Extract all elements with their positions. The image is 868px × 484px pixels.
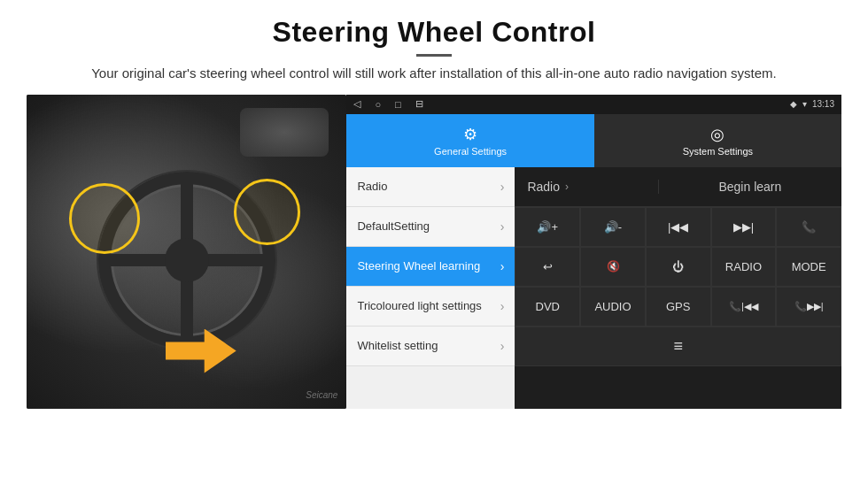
highlight-circle-right <box>234 179 300 245</box>
menu-item-radio[interactable]: Radio › <box>346 167 515 207</box>
mute-button[interactable]: 🔇 <box>580 247 646 287</box>
tab-general-label: General Settings <box>434 146 507 157</box>
mode-label: MODE <box>792 260 826 273</box>
mute-icon: 🔇 <box>607 260 620 273</box>
menu-icon: ≡ <box>673 337 683 356</box>
control-row-4: DVD AUDIO GPS 📞|◀◀ 📞▶▶| <box>515 287 841 327</box>
page-title: Steering Wheel Control <box>27 16 841 49</box>
menu-item-whitelist-label: Whitelist setting <box>357 339 500 352</box>
phone-prev-button[interactable]: 📞|◀◀ <box>711 287 777 327</box>
return-icon: ↩ <box>543 260 553 273</box>
dvd-button[interactable]: DVD <box>515 287 580 327</box>
gps-button[interactable]: GPS <box>646 287 711 327</box>
highlight-circle-left <box>69 183 140 254</box>
general-settings-icon: ⚙ <box>463 125 477 144</box>
return-button[interactable]: ↩ <box>515 247 580 287</box>
dvd-label: DVD <box>536 300 560 313</box>
phone-prev-icon: 📞|◀◀ <box>729 301 758 312</box>
gps-label: GPS <box>666 300 690 313</box>
status-bar: ◁ ○ □ ⊟ ◆ ▾ 13:13 <box>346 95 841 114</box>
menu-item-radio-label: Radio <box>357 180 500 193</box>
title-section: Steering Wheel Control Your original car… <box>27 16 841 84</box>
wifi-icon: ▾ <box>802 99 807 109</box>
control-row-3: ↩ 🔇 ⏻ RADIO MODE <box>515 247 841 287</box>
power-button[interactable]: ⏻ <box>646 247 711 287</box>
screenshot-icon[interactable]: ⊟ <box>415 98 423 110</box>
gps-icon: ◆ <box>790 99 797 109</box>
tab-general-settings[interactable]: ⚙ General Settings <box>346 114 593 167</box>
radio-mode-label: RADIO <box>725 260 762 273</box>
home-icon[interactable]: ○ <box>375 99 381 110</box>
audio-label: AUDIO <box>594 300 631 313</box>
menu-icon-button[interactable]: ≡ <box>515 327 841 366</box>
radio-begin-row: Radio › Begin learn <box>515 167 841 207</box>
menu-item-whitelist[interactable]: Whitelist setting › <box>346 327 515 366</box>
phone-next-button[interactable]: 📞▶▶| <box>776 287 841 327</box>
control-row-2: 🔊+ 🔊- |◀◀ ▶▶| 📞 <box>515 207 841 247</box>
nav-icons: ◁ ○ □ ⊟ <box>353 98 422 110</box>
status-icons: ◆ ▾ 13:13 <box>790 99 834 109</box>
system-settings-icon: ◎ <box>710 125 725 144</box>
radio-mode-button[interactable]: RADIO <box>711 247 777 287</box>
arrow-area <box>166 329 236 373</box>
tabs-row: ⚙ General Settings ◎ System Settings <box>346 114 841 167</box>
arrow-icon <box>166 329 236 373</box>
power-icon: ⏻ <box>672 260 684 273</box>
steering-wheel-hub <box>165 238 209 282</box>
back-icon[interactable]: ◁ <box>353 98 360 110</box>
phone-next-icon: 📞▶▶| <box>794 301 824 312</box>
phone-icon: 📞 <box>802 220 816 234</box>
menu-item-default-label: DefaultSetting <box>357 219 500 233</box>
android-screen: ◁ ○ □ ⊟ ◆ ▾ 13:13 ⚙ General Settings <box>346 95 841 409</box>
title-divider <box>416 54 452 57</box>
recents-icon[interactable]: □ <box>395 99 401 110</box>
menu-item-tricoloured-label: Tricoloured light settings <box>357 299 500 312</box>
menu-arrow-radio: › <box>500 180 505 194</box>
dashboard-bg <box>240 108 329 157</box>
radio-label: Radio <box>527 180 560 194</box>
left-menu: Radio › DefaultSetting › Steering Wheel … <box>346 167 515 409</box>
control-row-5: ≡ <box>515 327 841 366</box>
tab-system-settings[interactable]: ◎ System Settings <box>594 114 841 167</box>
menu-arrow-tricoloured: › <box>500 299 505 313</box>
mode-button[interactable]: MODE <box>776 247 841 287</box>
watermark: Seicane <box>306 390 337 400</box>
content-area: Seicane ◁ ○ □ ⊟ ◆ ▾ 13:13 <box>27 95 841 413</box>
menu-arrow-default: › <box>500 219 505 234</box>
phone-button[interactable]: 📞 <box>776 207 841 247</box>
audio-button[interactable]: AUDIO <box>580 287 646 327</box>
volume-down-button[interactable]: 🔊- <box>580 207 646 247</box>
car-image: Seicane <box>27 95 346 409</box>
tab-system-label: System Settings <box>683 146 753 157</box>
menu-arrow-steering: › <box>500 259 505 273</box>
menu-item-steering-wheel[interactable]: Steering Wheel learning › <box>346 247 515 287</box>
menu-item-steering-label: Steering Wheel learning <box>357 259 500 273</box>
next-track-icon: ▶▶| <box>733 220 754 234</box>
menu-item-tricoloured[interactable]: Tricoloured light settings › <box>346 287 515 327</box>
next-track-button[interactable]: ▶▶| <box>711 207 777 247</box>
prev-track-button[interactable]: |◀◀ <box>646 207 711 247</box>
subtitle-text: Your original car's steering wheel contr… <box>71 64 797 84</box>
menu-arrow-whitelist: › <box>500 339 505 353</box>
clock: 13:13 <box>812 99 834 109</box>
radio-arrow: › <box>565 181 569 193</box>
volume-down-icon: 🔊- <box>604 220 622 234</box>
menu-controls-area: Radio › DefaultSetting › Steering Wheel … <box>346 167 841 409</box>
volume-up-button[interactable]: 🔊+ <box>515 207 580 247</box>
begin-learn-cell: Begin learn <box>659 180 841 194</box>
right-controls: Radio › Begin learn 🔊+ 🔊- <box>515 167 841 409</box>
prev-track-icon: |◀◀ <box>668 220 688 234</box>
volume-up-icon: 🔊+ <box>537 220 558 234</box>
begin-learn-button[interactable]: Begin learn <box>718 180 781 194</box>
menu-item-default-setting[interactable]: DefaultSetting › <box>346 207 515 247</box>
radio-label-cell: Radio › <box>515 180 658 194</box>
